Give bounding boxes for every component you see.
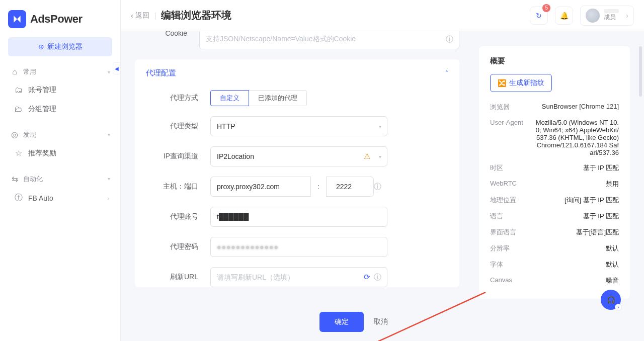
query-channel-label: IP查询渠道	[146, 152, 210, 161]
overview-row: WebRTC禁用	[490, 176, 619, 192]
sidebar-item-label: 账号管理	[28, 86, 56, 95]
refresh-icon[interactable]: ⟳	[364, 273, 370, 282]
overview-list: 浏览器SunBrowser [Chrome 121]User-AgentMozi…	[490, 99, 619, 289]
overview-value: 基于[语言]匹配	[534, 228, 619, 237]
divider: |	[154, 12, 156, 20]
automation-icon: ⇆	[10, 174, 19, 184]
confirm-button[interactable]: 确定	[319, 312, 364, 332]
proxy-type-label: 代理类型	[146, 122, 210, 131]
info-icon[interactable]: ⓘ	[374, 182, 381, 192]
notifications-button[interactable]: 🔔	[555, 7, 573, 25]
brand-name: AdsPower	[30, 13, 83, 26]
proxy-port-input[interactable]	[326, 177, 374, 197]
sidebar-group-common[interactable]: ⌂ 常用 ▾	[8, 63, 112, 80]
star-icon: ☆	[14, 148, 23, 158]
cookie-placeholder: 支持JSON/Netscape/Name=Value格式的Cookie	[206, 35, 356, 43]
scrollbar[interactable]	[639, 46, 642, 313]
sidebar-item-fb-auto[interactable]: ⓕ FB Auto ›	[8, 188, 112, 208]
overview-key: Canvas	[490, 276, 534, 285]
overview-row: 地理位置[询问] 基于 IP 匹配	[490, 192, 619, 208]
proxy-pass-input[interactable]: ●●●●●●●●●●●●●	[210, 237, 387, 257]
overview-value: 噪音	[534, 276, 619, 285]
overview-row: User-AgentMozilla/5.0 (Windows NT 10.0; …	[490, 115, 619, 160]
proxy-method-added[interactable]: 已添加的代理	[249, 90, 307, 106]
host-port-label: 主机：端口	[146, 182, 210, 191]
overview-panel: 概要 🔀 生成新指纹 浏览器SunBrowser [Chrome 121]Use…	[479, 46, 630, 299]
overview-row: 语言基于 IP 匹配	[490, 208, 619, 224]
sidebar-item-label: FB Auto	[28, 194, 53, 202]
logo-mark-icon	[8, 10, 26, 28]
overview-key: 字体	[490, 260, 534, 269]
new-browser-button[interactable]: ⊕ 新建浏览器	[8, 37, 112, 56]
compass-icon: ◎	[10, 130, 19, 139]
cookie-label: Cookie	[135, 31, 199, 37]
overview-key: 语言	[490, 212, 534, 221]
overview-key: 地理位置	[490, 196, 534, 205]
refresh-url-input[interactable]	[210, 267, 387, 287]
proxy-panel-header[interactable]: 代理配置 ˄	[135, 59, 459, 87]
proxy-method-custom[interactable]: 自定义	[210, 90, 249, 106]
member-menu[interactable]: 成员 ›	[580, 6, 634, 26]
sidebar-group-automation[interactable]: ⇆ 自动化 ▾	[8, 170, 112, 188]
scrollbar-thumb[interactable]	[639, 46, 642, 97]
proxy-user-input[interactable]	[210, 207, 387, 227]
sidebar-item-rewards[interactable]: ☆ 推荐奖励	[8, 143, 112, 163]
proxy-method-label: 代理方式	[146, 94, 210, 103]
sidebar-item-account-manage[interactable]: 🗂 账号管理	[8, 80, 112, 100]
overview-value: 默认	[534, 244, 619, 253]
info-icon[interactable]: ⓘ	[446, 35, 453, 44]
overview-row: 字体默认	[490, 257, 619, 273]
generate-fingerprint-label: 生成新指纹	[509, 78, 544, 88]
overview-value: 默认	[534, 260, 619, 269]
chevron-down-icon: ▾	[379, 124, 381, 129]
chevron-left-icon: ‹	[131, 12, 133, 20]
bell-icon: 🔔	[560, 12, 569, 20]
expand-icon: ›	[615, 304, 622, 311]
sidebar-group-discover[interactable]: ◎ 发现 ▾	[8, 126, 112, 143]
cookie-textarea[interactable]: 支持JSON/Netscape/Name=Value格式的Cookie	[199, 31, 459, 49]
info-icon[interactable]: ⓘ	[374, 273, 381, 282]
page-header: ‹ 返回 | 编辑浏览器环境 ↻ 5 🔔 成员 ›	[121, 0, 644, 31]
back-button[interactable]: ‹ 返回	[131, 11, 149, 20]
brand-logo[interactable]: AdsPower	[8, 10, 112, 28]
overview-key: 浏览器	[490, 103, 534, 112]
folder-open-icon: 🗁	[14, 105, 23, 114]
form-actions: 确定 取消	[319, 312, 388, 332]
query-channel-select[interactable]: IP2Location ▾	[210, 146, 387, 166]
chevron-down-icon: ▾	[108, 69, 110, 75]
overview-row: 界面语言基于[语言]匹配	[490, 224, 619, 240]
home-icon: ⌂	[10, 67, 19, 76]
overview-row: 浏览器SunBrowser [Chrome 121]	[490, 99, 619, 115]
overview-value: Mozilla/5.0 (Windows NT 10.0; Win64; x64…	[534, 119, 619, 156]
warning-icon[interactable]: ⚠	[364, 152, 370, 161]
proxy-type-select[interactable]: HTTP ▾	[210, 116, 387, 136]
overview-key: 分辨率	[490, 244, 534, 253]
overview-key: WebRTC	[490, 180, 534, 189]
sidebar-collapse-toggle[interactable]: ◀	[113, 62, 121, 74]
overview-row: 分辨率默认	[490, 240, 619, 257]
generate-fingerprint-button[interactable]: 🔀 生成新指纹	[490, 74, 552, 92]
sync-button[interactable]: ↻ 5	[530, 7, 548, 25]
overview-value: 基于 IP 匹配	[534, 163, 619, 173]
overview-title: 概要	[490, 56, 505, 66]
overview-value: SunBrowser [Chrome 121]	[534, 103, 619, 112]
sidebar-item-label: 推荐奖励	[28, 149, 56, 158]
sync-badge: 5	[542, 4, 550, 12]
chevron-right-icon: ›	[626, 12, 628, 20]
proxy-host-input[interactable]	[210, 177, 311, 197]
avatar	[586, 9, 600, 23]
proxy-user-label: 代理账号	[146, 212, 210, 221]
overview-row: Canvas噪音	[490, 273, 619, 289]
overview-key: 界面语言	[490, 228, 534, 237]
overview-value: 基于 IP 匹配	[534, 212, 619, 221]
support-fab[interactable]: 🎧 ›	[601, 290, 621, 310]
member-name-redacted	[604, 9, 619, 13]
chevron-down-icon: ▾	[108, 176, 110, 182]
sidebar-group-label: 常用	[23, 67, 36, 76]
sidebar-item-group-manage[interactable]: 🗁 分组管理	[8, 100, 112, 119]
host-port-separator: :	[311, 183, 326, 191]
new-browser-label: 新建浏览器	[47, 42, 83, 51]
chevron-down-icon: ▾	[108, 132, 110, 137]
shuffle-icon: 🔀	[498, 79, 506, 87]
cancel-button[interactable]: 取消	[374, 317, 388, 326]
